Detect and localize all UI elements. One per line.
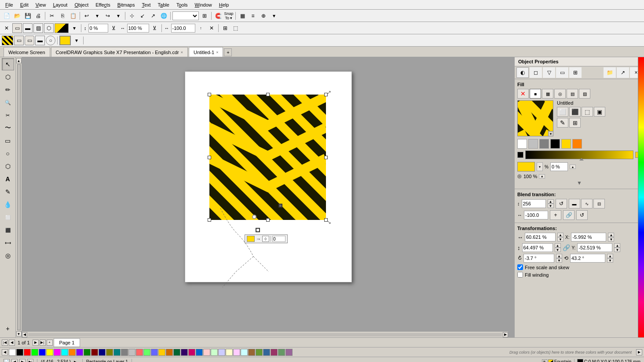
swatch-dgray[interactable] bbox=[539, 139, 549, 149]
palette-color-swatch[interactable] bbox=[46, 349, 53, 356]
tab-coreldraw[interactable]: CorelDRAW Graphics Suite X7 Presentation… bbox=[51, 47, 188, 57]
view-simple-btn[interactable]: ▦ bbox=[238, 11, 247, 21]
handle-bm[interactable] bbox=[266, 218, 270, 222]
freehand-tool[interactable]: ✏ bbox=[2, 84, 14, 96]
status-last-page-btn[interactable]: ▶| bbox=[27, 359, 33, 362]
gradient-midpoint-marker[interactable] bbox=[579, 158, 584, 161]
palette-color-swatch[interactable] bbox=[256, 349, 263, 356]
linear-fill-btn[interactable]: ▦ bbox=[542, 89, 553, 99]
folder-props-tab[interactable]: 📁 bbox=[604, 67, 616, 78]
rotate-handle-tr[interactable]: ↗ bbox=[327, 89, 331, 95]
palette-color-swatch[interactable] bbox=[226, 349, 233, 356]
menu-view[interactable]: View bbox=[32, 1, 50, 8]
zoom-tool[interactable]: 🔍 bbox=[2, 96, 14, 109]
blend-value-input[interactable] bbox=[272, 236, 285, 242]
swatch-white[interactable] bbox=[517, 139, 527, 149]
h-scrollbar[interactable]: ◀ ▶ bbox=[22, 331, 508, 337]
rotate-handle-br[interactable]: ↘ bbox=[327, 219, 331, 225]
redo-dropdown[interactable]: ▾ bbox=[113, 11, 123, 21]
x-up-btn[interactable]: ▲ bbox=[608, 233, 614, 237]
status-page-btn[interactable]: 📄 bbox=[4, 359, 10, 362]
view-more-btn[interactable]: ▾ bbox=[269, 11, 279, 21]
fill-opt2-btn[interactable]: ⬛ bbox=[569, 107, 581, 117]
swatch-black[interactable] bbox=[550, 139, 560, 149]
rectangle-tool[interactable]: ▭ bbox=[2, 135, 14, 147]
snap-btn[interactable]: ⊹ bbox=[127, 11, 137, 21]
page-1-tab[interactable]: Page 1 bbox=[54, 338, 80, 347]
palette-color-swatch[interactable] bbox=[188, 349, 195, 356]
page-add-btn[interactable]: + bbox=[47, 340, 53, 346]
tab-untitled-close[interactable]: × bbox=[216, 50, 218, 55]
x-mirror-btn[interactable]: ⊻ bbox=[109, 23, 119, 33]
smart-draw-tool[interactable]: ✎ bbox=[2, 186, 14, 198]
width-up-btn[interactable]: ▲ bbox=[557, 233, 564, 237]
fill-expand-arrow[interactable]: ▼ bbox=[517, 180, 641, 186]
page-nav-last-btn[interactable]: ▶| bbox=[40, 340, 46, 346]
scroll-left-btn[interactable]: ◀ bbox=[22, 332, 27, 337]
palette-color-swatch[interactable] bbox=[271, 349, 278, 356]
menu-window[interactable]: Window bbox=[191, 1, 216, 8]
opacity-up-btn[interactable]: ▲ bbox=[539, 174, 545, 179]
redo-btn[interactable]: ↪ bbox=[103, 11, 113, 21]
fill-color-dropdown[interactable]: ▾ bbox=[70, 23, 79, 33]
add-page-tool[interactable]: + bbox=[2, 322, 14, 335]
blend-accel-input[interactable]: -100.0 bbox=[524, 211, 548, 219]
x-down-btn[interactable]: ▼ bbox=[608, 237, 614, 241]
palette-color-swatch[interactable] bbox=[166, 349, 173, 356]
accel-add-btn[interactable]: + bbox=[550, 210, 561, 220]
blend-color-swatch[interactable] bbox=[247, 236, 255, 242]
curve-tool[interactable]: 〜 bbox=[2, 122, 14, 134]
y-transform-input[interactable]: -52.519 % bbox=[577, 243, 612, 252]
menu-layout[interactable]: Layout bbox=[49, 1, 71, 8]
obj-round-btn[interactable]: ▬ bbox=[23, 23, 33, 33]
pattern-fill-btn[interactable]: ▤ bbox=[567, 89, 578, 99]
width-input[interactable]: -100.0 bbox=[171, 24, 195, 33]
palette-color-swatch[interactable] bbox=[84, 349, 91, 356]
palette-color-swatch[interactable] bbox=[248, 349, 255, 356]
free-scale-checkbox[interactable] bbox=[517, 264, 523, 270]
canvas-area[interactable]: ▲ ▼ ↗ bbox=[16, 57, 514, 337]
x-transform-input[interactable]: -5.992 % bbox=[571, 233, 606, 241]
obj-group-btn[interactable]: ⬚ bbox=[231, 23, 241, 33]
skew-up-btn[interactable]: ▲ bbox=[607, 254, 613, 258]
snap-to-btn[interactable]: 🧲 bbox=[213, 11, 223, 21]
tab-coreldraw-close[interactable]: × bbox=[181, 50, 183, 55]
obj-lock-btn[interactable]: ✕ bbox=[2, 23, 11, 33]
tb3-btn4[interactable]: ▬ bbox=[35, 36, 45, 45]
palette-color-swatch[interactable] bbox=[233, 349, 240, 356]
palette-color-swatch[interactable] bbox=[16, 349, 23, 356]
fill-preview-dropdown[interactable]: ▾ bbox=[548, 131, 553, 136]
palette-color-swatch[interactable] bbox=[31, 349, 38, 356]
color-large-swatch[interactable] bbox=[517, 162, 535, 172]
tab-untitled[interactable]: Untitled-1 × bbox=[189, 47, 223, 57]
polygon-tool[interactable]: ⬡ bbox=[2, 160, 14, 172]
rotation-input[interactable]: -3.7 ° bbox=[523, 254, 554, 263]
width-spin-up[interactable]: ↑ bbox=[196, 23, 206, 33]
outline-pen-tool[interactable]: ⬜ bbox=[2, 211, 14, 223]
zoom-fit-btn[interactable]: ⊞ bbox=[200, 11, 209, 21]
palette-color-swatch[interactable] bbox=[158, 349, 165, 356]
skew-down-btn[interactable]: ▼ bbox=[607, 258, 613, 263]
menu-bitmaps[interactable]: Bitmaps bbox=[114, 1, 139, 8]
copy-btn[interactable]: ⎘ bbox=[58, 11, 67, 21]
menu-table[interactable]: Table bbox=[154, 1, 173, 8]
new-btn[interactable]: 📄 bbox=[2, 11, 11, 21]
fill-copy-btn[interactable]: ⊞ bbox=[569, 118, 581, 128]
swatch-yellow[interactable] bbox=[561, 139, 571, 149]
cut-btn[interactable]: ✂ bbox=[47, 11, 57, 21]
gradient-bar[interactable] bbox=[525, 150, 633, 159]
palette-left-btn[interactable]: ◀ bbox=[2, 349, 8, 355]
swatch-orange[interactable] bbox=[572, 139, 582, 149]
texture-fill-btn[interactable]: ▨ bbox=[579, 89, 590, 99]
contour-tool[interactable]: ◎ bbox=[2, 249, 14, 262]
node-tool[interactable]: ⬡ bbox=[2, 71, 14, 83]
print-btn[interactable]: 🖨 bbox=[33, 11, 43, 21]
palette-color-swatch[interactable] bbox=[113, 349, 121, 356]
palette-color-swatch[interactable] bbox=[39, 349, 46, 356]
pct-up-btn[interactable]: ▲ bbox=[570, 165, 576, 169]
menu-edit[interactable]: Edit bbox=[17, 1, 32, 8]
rot-up-btn[interactable]: ▲ bbox=[556, 254, 562, 258]
palette-color-swatch[interactable] bbox=[99, 349, 106, 356]
outline-props-tab[interactable]: ◻ bbox=[530, 67, 542, 78]
menu-file[interactable]: File bbox=[2, 1, 17, 8]
